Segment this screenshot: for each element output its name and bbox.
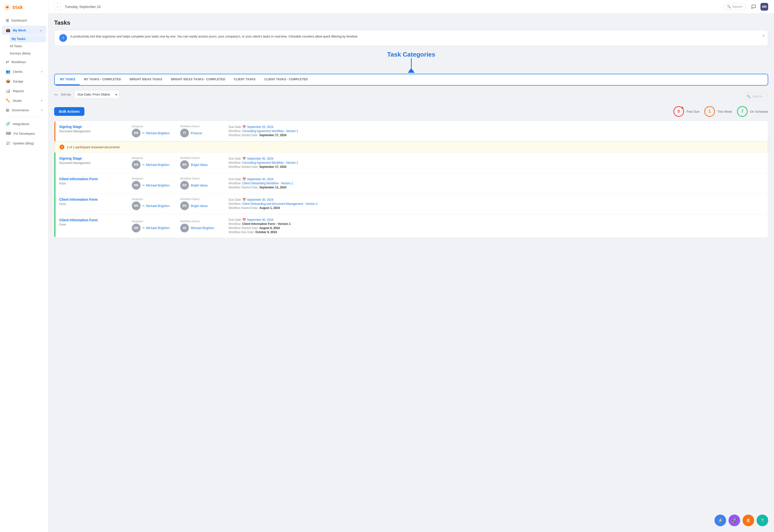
owner-name-5: Michael Brighton: [191, 226, 214, 230]
sidebar-item-workflows[interactable]: ⇄ Workflows: [2, 57, 46, 67]
task-name-5[interactable]: Client Information Form: [59, 218, 132, 222]
sidebar-divider: [4, 117, 44, 117]
stat-this-week: 1 This Week: [704, 106, 732, 117]
task-border-4: [54, 194, 55, 214]
toolbar-right: 🔍 Search...: [743, 93, 768, 100]
toolbar-area: ⧟ Sort by: Due Date: From Oldest Due Dat…: [54, 90, 768, 102]
users-icon: 👥: [6, 69, 10, 74]
sub-item-label: Surveys (Beta): [10, 52, 30, 55]
header-icons: MB: [750, 3, 768, 11]
sort-label: Sort by:: [61, 93, 72, 96]
task-info-3: Client Information Form Form: [59, 177, 132, 190]
task-details-1: Due Date: 📅 September 25, 2024 Workflow:…: [229, 125, 763, 137]
header-date: Tuesday, September 24: [65, 5, 720, 9]
sidebar-item-my-work[interactable]: 💼 My Work ▲: [2, 26, 46, 35]
float-btn-lightning[interactable]: ⚡: [714, 515, 726, 526]
task-details-3: Due Date: 📅 September 30, 2024 Workflow:…: [229, 177, 763, 190]
task-name-4[interactable]: Client Information Form: [59, 198, 132, 201]
on-schedule-circle[interactable]: 7: [737, 106, 748, 117]
assignee-name-4: ✏ Michael Brighton: [142, 204, 170, 208]
user-avatar[interactable]: MB: [760, 3, 768, 11]
tab-my-tasks[interactable]: MY TASKS: [56, 74, 80, 85]
chat-icon-button[interactable]: [750, 3, 758, 11]
task-name-1[interactable]: Signing Stage: [59, 125, 132, 129]
sidebar-sub-item-all-tasks[interactable]: All Tasks: [10, 43, 46, 50]
task-due-date-3: September 30, 2024: [247, 177, 273, 181]
task-workflow-3[interactable]: Client Onboarding Workflow - Version 1: [242, 182, 293, 185]
pencil-icon: ✏: [142, 204, 145, 207]
stat-past-due: 0 Past Due: [673, 106, 699, 117]
sidebar-sub-item-my-tasks[interactable]: My Tasks: [10, 35, 46, 42]
task-info-5: Client Information Form Form: [59, 218, 132, 234]
search-placeholder: Search...: [752, 95, 765, 98]
this-week-value: 1: [708, 109, 711, 114]
task-workflow-5[interactable]: Client Information Form - Version 1: [242, 222, 290, 226]
floating-buttons: ⚡ 🚀 🗑 ?: [714, 515, 768, 526]
bar-chart-icon: 📊: [6, 89, 10, 93]
bulk-actions-button[interactable]: Bulk Actions: [54, 107, 84, 116]
header-search[interactable]: 🔍 Search: [723, 3, 746, 10]
task-name-3[interactable]: Client Information Form: [59, 177, 132, 181]
assignee-name-1: ✏ Michael Brighton: [142, 131, 170, 135]
task-name-2[interactable]: Signing Stage: [59, 156, 132, 160]
task-border-1: [54, 121, 55, 141]
annotation-text: Task Categories: [387, 51, 435, 58]
notif-badge-1: 1: [60, 145, 64, 149]
info-text: A productivity tool that organizes and h…: [70, 34, 763, 39]
table-row: Signing Stage Document Management Assign…: [54, 121, 768, 153]
pencil-icon: ✏: [142, 226, 145, 229]
actions-stats-row: Bulk Actions 0 Past Due 1 This Week: [54, 106, 768, 117]
sidebar-item-updates-blog[interactable]: 📰 Updates (Blog): [2, 139, 46, 148]
tab-my-tasks-completed[interactable]: MY TASKS - COMPLETED: [80, 74, 125, 85]
tab-bright-ideas-completed[interactable]: BRIGHT IDEAS TASKS - COMPLETED: [167, 74, 230, 85]
sidebar-item-label: Dashboard: [11, 19, 27, 22]
task-workflow-4[interactable]: Client Onboarding and Document Managemen…: [242, 202, 318, 206]
sidebar-item-label: Reports: [13, 89, 24, 93]
info-close-button[interactable]: ×: [762, 34, 765, 38]
link-icon: 🔗: [6, 122, 10, 126]
sidebar-item-clients[interactable]: 👥 Clients ▾: [2, 67, 46, 76]
task-workflow-1[interactable]: Consulting Agreement Workflow - Version …: [242, 129, 298, 133]
past-due-circle[interactable]: 0: [673, 106, 684, 117]
owner-name-2: Bright Ideas: [191, 163, 208, 167]
task-workflow-due-5: October 9, 2024: [255, 230, 277, 234]
sidebar-sub-item-surveys[interactable]: Surveys (Beta): [10, 50, 46, 57]
task-info-1: Signing Stage Document Management: [59, 125, 132, 137]
task-search-box[interactable]: 🔍 Search...: [743, 93, 768, 100]
task-border-3: [54, 173, 55, 193]
tab-client-tasks-completed[interactable]: CLIENT TASKS - COMPLETED: [260, 74, 312, 85]
sidebar-collapse-button[interactable]: ‹: [54, 3, 61, 10]
sidebar-item-dashboard[interactable]: ⊞ Dashboard: [2, 16, 46, 25]
sidebar-item-reports[interactable]: 📊 Reports: [2, 86, 46, 96]
task-info-4: Client Information Form Form: [59, 198, 132, 210]
sidebar-item-for-developers[interactable]: ⌨ For Developers: [2, 129, 46, 138]
owner-name-1: Finance: [191, 131, 202, 135]
chevron-down-icon: ▾: [41, 109, 42, 111]
owner-avatar-1: FI: [180, 129, 189, 137]
annotation-arrow-line: [411, 58, 412, 68]
sidebar-item-studio[interactable]: ✏️ Studio ▾: [2, 96, 46, 105]
notification-row-1: 1 1 of 1 participant reviewed documents: [54, 141, 768, 153]
sidebar-item-integrations[interactable]: 🔗 Integrations: [2, 119, 46, 128]
task-row-5: Client Information Form Form Assignee: M…: [54, 214, 768, 238]
task-assignee-5: Assignee: MB ✏ Michael Brighton: [132, 218, 180, 234]
task-workflow-2[interactable]: Consulting Agreement Workflow - Version …: [242, 161, 298, 164]
this-week-circle[interactable]: 1: [704, 106, 715, 117]
briefcase-icon: 💼: [6, 28, 10, 32]
tab-bright-ideas-tasks[interactable]: BRIGHT IDEAS TASKS: [125, 74, 167, 85]
task-assignee-1: Assignee: MB ✏ Michael Brighton: [132, 125, 180, 137]
float-btn-help[interactable]: ?: [757, 515, 768, 526]
sort-select[interactable]: Due Date: From Oldest Due Date: From New…: [74, 90, 119, 98]
sidebar-item-label: Governance: [12, 108, 29, 112]
float-btn-rocket[interactable]: 🚀: [729, 515, 740, 526]
float-btn-trash[interactable]: 🗑: [743, 515, 754, 526]
sidebar-item-garage[interactable]: 📦 Garage: [2, 77, 46, 86]
tab-client-tasks[interactable]: CLIENT TASKS: [230, 74, 260, 85]
assignee-avatar-4: MB: [132, 201, 141, 210]
logo[interactable]: trisk: [0, 4, 48, 15]
task-type-1: Document Management: [59, 130, 132, 133]
content-area: Tasks ? A productivity tool that organiz…: [48, 14, 774, 532]
search-label: Search: [732, 5, 742, 8]
assignee-avatar-5: MB: [132, 224, 141, 232]
sidebar-item-governance[interactable]: 🏛 Governance ▾: [2, 106, 46, 115]
